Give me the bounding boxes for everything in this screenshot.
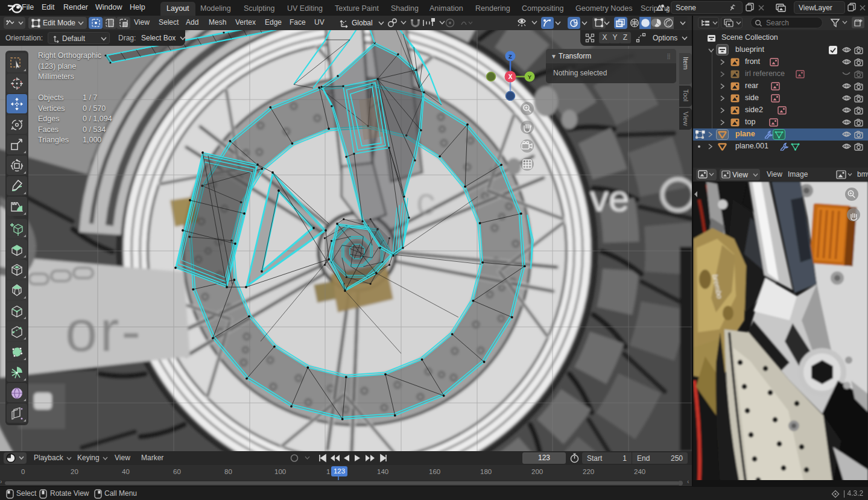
svg-text:c: c — [416, 180, 436, 223]
svg-text:or-: or- — [65, 299, 143, 363]
svg-text:ve: ve — [590, 177, 629, 219]
svg-text:Y: Y — [528, 74, 532, 80]
svg-text:Z: Z — [508, 53, 512, 60]
svg-text:X: X — [508, 74, 513, 80]
